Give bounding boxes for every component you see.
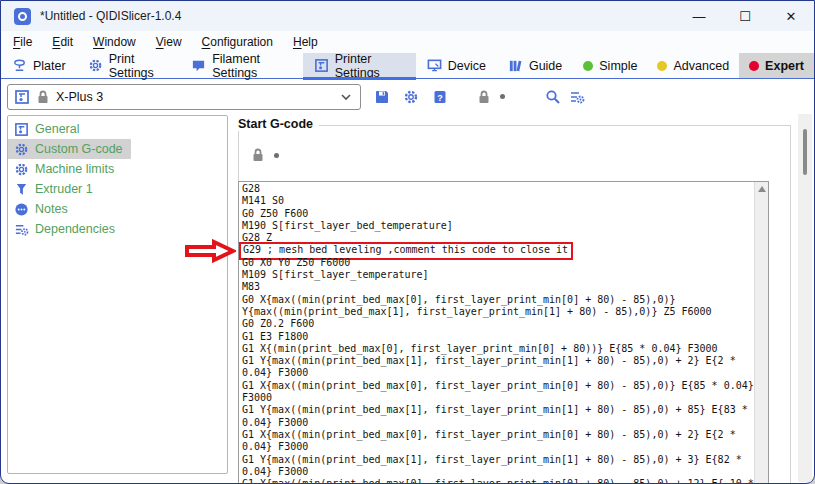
gcode-line: G1 E3 F1800 [242, 331, 754, 343]
tab-label: Filament Settings [212, 52, 292, 80]
guide-icon [508, 58, 523, 73]
gear-icon [88, 58, 103, 73]
sidebar-item-machine-limits[interactable]: Machine limits [8, 159, 227, 179]
simple-mode-dot-icon [583, 61, 593, 71]
gcode-line: G0 X{max((min(print_bed_max[0], first_la… [242, 294, 754, 319]
mode-label: Advanced [673, 59, 729, 73]
menu-window[interactable]: Window [85, 33, 144, 51]
menu-help[interactable]: Help [285, 33, 326, 51]
compare-settings-button[interactable] [569, 89, 585, 105]
lock-icon [35, 89, 51, 105]
lock-settings-button[interactable] [476, 89, 505, 105]
gcode-line: G1 X{max((min(print_bed_max[0], first_la… [242, 380, 754, 405]
tab-label: Device [448, 59, 486, 73]
lock-icon [250, 147, 266, 163]
tab-filament-settings[interactable]: Filament Settings [180, 53, 303, 78]
tab-label: Guide [529, 59, 562, 73]
tab-print-settings[interactable]: Print Settings [77, 53, 181, 78]
menu-bar: File Edit Window View Configuration Help [1, 31, 814, 53]
compare-settings-icon [569, 89, 585, 105]
mode-label: Expert [765, 59, 804, 73]
save-preset-button[interactable] [374, 89, 390, 105]
gcode-line: G1 Y{max((min(print_bed_max[1], first_la… [242, 355, 754, 380]
gcode-line: G1 Y{max((min(print_bed_max[1], first_la… [242, 454, 754, 479]
minimize-button[interactable]: — [676, 1, 722, 31]
gcode-line: M83 [242, 281, 754, 293]
chevron-down-icon [338, 89, 354, 105]
start-gcode-textarea[interactable]: G28M141 S0G0 Z50 F600M190 S[first_layer_… [238, 181, 769, 484]
sidebar-item-label: Extruder 1 [35, 182, 93, 196]
sidebar-item-label: Dependencies [35, 222, 115, 236]
funnel-icon [14, 182, 29, 197]
modified-dot-icon [274, 153, 279, 158]
plater-icon [12, 58, 27, 73]
sidebar-item-label: General [35, 122, 79, 136]
menu-configuration[interactable]: Configuration [194, 33, 281, 51]
help-button[interactable]: ? [432, 89, 448, 105]
sidebar-item-label: Machine limits [35, 162, 114, 176]
gear-icon [403, 89, 419, 105]
mode-expert[interactable]: Expert [739, 53, 814, 78]
scroll-up-arrow-icon[interactable] [758, 186, 766, 192]
sidebar-item-dependencies[interactable]: Dependencies [8, 219, 227, 239]
lock-icon [476, 89, 492, 105]
printer-preset-select[interactable]: X-Plus 3 [7, 84, 361, 110]
sidebar-item-notes[interactable]: Notes [8, 199, 227, 219]
tab-printer-settings[interactable]: Printer Settings [303, 53, 416, 78]
save-icon [374, 89, 390, 105]
filament-icon [191, 58, 206, 73]
sidebar-item-extruder-1[interactable]: Extruder 1 [8, 179, 227, 199]
preset-settings-button[interactable] [403, 89, 419, 105]
gcode-line: M109 S[first_layer_temperature] [242, 269, 754, 281]
gcode-line: G28 [242, 183, 754, 195]
gcode-line: G1 Y{max((min(print_bed_max[1], first_la… [242, 404, 754, 429]
window-scrollbar-thumb[interactable] [803, 129, 807, 175]
svg-text:?: ? [437, 92, 443, 102]
app-logo-icon [14, 8, 31, 25]
annotation-arrow-icon [184, 239, 236, 263]
tab-bar: Plater Print Settings Filament Settings … [1, 53, 814, 79]
sidebar-item-general[interactable]: General [8, 119, 227, 139]
sidebar-item-custom-gcode[interactable]: Custom G-code [8, 139, 131, 159]
gcode-line: M190 S[first_layer_bed_temperature] [242, 220, 754, 232]
gcode-scrollbar[interactable] [754, 182, 768, 483]
tab-plater[interactable]: Plater [1, 53, 77, 78]
gcode-line: M141 S0 [242, 195, 754, 207]
tab-label: Printer Settings [335, 52, 405, 80]
expert-mode-dot-icon [749, 61, 759, 71]
tab-device[interactable]: Device [416, 53, 497, 78]
gcode-line: G1 X{max((min(print_bed_max[0], first_la… [242, 478, 754, 484]
printer-icon [14, 89, 30, 105]
maximize-button[interactable]: ☐ [722, 1, 768, 31]
notes-icon [14, 202, 29, 217]
sidebar-item-label: Custom G-code [35, 142, 123, 156]
search-button[interactable] [545, 89, 561, 105]
window-title: *Untitled - QIDISlicer-1.0.4 [40, 9, 181, 23]
gcode-line: G29 ; mesh bed leveling ,comment this co… [242, 244, 754, 256]
printer-icon [14, 122, 29, 137]
device-icon [427, 58, 442, 73]
menu-view[interactable]: View [148, 33, 190, 51]
gear-icon [14, 142, 29, 157]
gcode-lock-row[interactable] [250, 147, 279, 163]
menu-edit[interactable]: Edit [44, 33, 81, 51]
tab-label: Print Settings [109, 52, 170, 80]
mode-simple[interactable]: Simple [573, 53, 647, 78]
window-scrollbar[interactable] [798, 114, 812, 482]
tab-guide[interactable]: Guide [497, 53, 573, 78]
app-window: *Untitled - QIDISlicer-1.0.4 — ☐ ✕ File … [0, 0, 815, 484]
mode-label: Simple [599, 59, 637, 73]
help-book-icon: ? [432, 89, 448, 105]
dependencies-icon [14, 222, 29, 237]
printer-icon [314, 58, 329, 73]
settings-sidebar: General Custom G-code Machine limits Ext… [7, 115, 228, 474]
search-icon [545, 89, 561, 105]
gcode-line: G1 X{(min(print_bed_max[0], first_layer_… [242, 343, 754, 355]
preset-toolbar: X-Plus 3 ? [1, 80, 814, 113]
gcode-line: G0 Z50 F600 [242, 208, 754, 220]
close-button[interactable]: ✕ [768, 1, 814, 31]
menu-file[interactable]: File [5, 33, 40, 51]
mode-advanced[interactable]: Advanced [647, 53, 739, 78]
title-bar: *Untitled - QIDISlicer-1.0.4 — ☐ ✕ [1, 1, 814, 31]
gear-icon [14, 162, 29, 177]
